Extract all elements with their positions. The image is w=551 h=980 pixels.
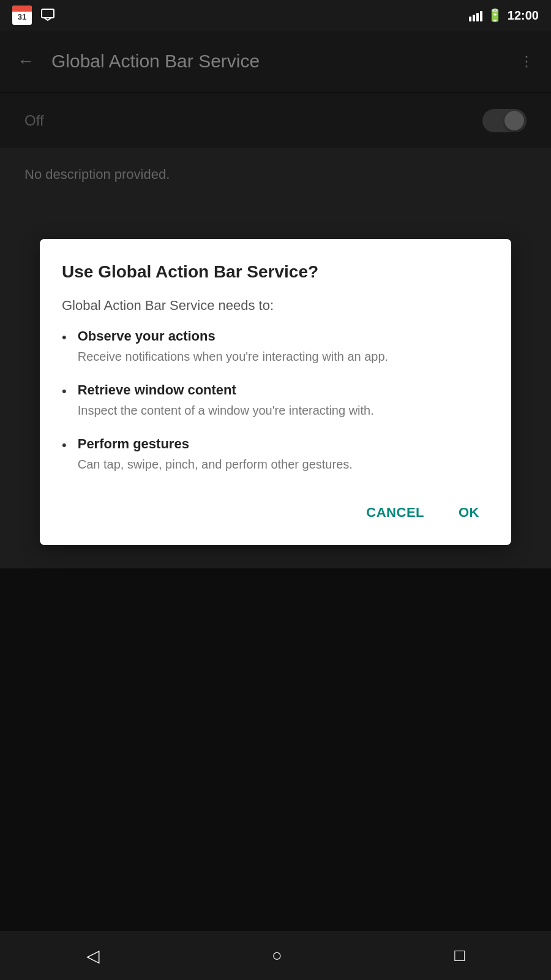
nav-recent-button[interactable]: □ xyxy=(436,940,483,971)
dialog-item-content-3: Perform gestures Can tap, swipe, pinch, … xyxy=(78,436,489,473)
cancel-button[interactable]: CANCEL xyxy=(356,497,434,528)
status-bar: 31 🔋 12:00 xyxy=(0,0,551,31)
dialog-item-desc-2: Inspect the content of a window you're i… xyxy=(78,402,489,419)
dialog-item-title-2: Retrieve window content xyxy=(78,382,489,398)
signal-icon xyxy=(469,9,482,21)
dialog-item-title-3: Perform gestures xyxy=(78,436,489,452)
bullet-1: • xyxy=(62,330,67,345)
clock: 12:00 xyxy=(508,9,539,23)
status-bar-left: 31 xyxy=(12,6,56,25)
dialog-item-desc-3: Can tap, swipe, pinch, and perform other… xyxy=(78,456,489,473)
bullet-3: • xyxy=(62,437,67,453)
dialog-item-content-2: Retrieve window content Inspect the cont… xyxy=(78,382,489,419)
dialog-item-content-1: Observe your actions Receive notificatio… xyxy=(78,328,489,365)
bullet-2: • xyxy=(62,383,67,399)
nav-back-button[interactable]: ◁ xyxy=(68,940,118,972)
dialog: Use Global Action Bar Service? Global Ac… xyxy=(40,239,511,545)
svg-rect-0 xyxy=(42,9,54,18)
ok-button[interactable]: OK xyxy=(449,497,489,528)
dialog-item-3: • Perform gestures Can tap, swipe, pinch… xyxy=(62,436,489,473)
dialog-item-2: • Retrieve window content Inspect the co… xyxy=(62,382,489,419)
dialog-item-title-1: Observe your actions xyxy=(78,328,489,344)
dialog-item-desc-1: Receive notifications when you're intera… xyxy=(78,348,489,365)
notification-icon xyxy=(39,7,56,24)
dialog-actions: CANCEL OK xyxy=(62,490,489,528)
dialog-title: Use Global Action Bar Service? xyxy=(62,261,489,283)
calendar-icon: 31 xyxy=(12,6,32,25)
nav-home-button[interactable]: ○ xyxy=(253,940,301,971)
battery-icon: 🔋 xyxy=(487,8,503,23)
nav-bar: ◁ ○ □ xyxy=(0,931,551,980)
dialog-item-1: • Observe your actions Receive notificat… xyxy=(62,328,489,365)
status-bar-right: 🔋 12:00 xyxy=(469,8,539,23)
dialog-subtitle: Global Action Bar Service needs to: xyxy=(62,298,489,314)
